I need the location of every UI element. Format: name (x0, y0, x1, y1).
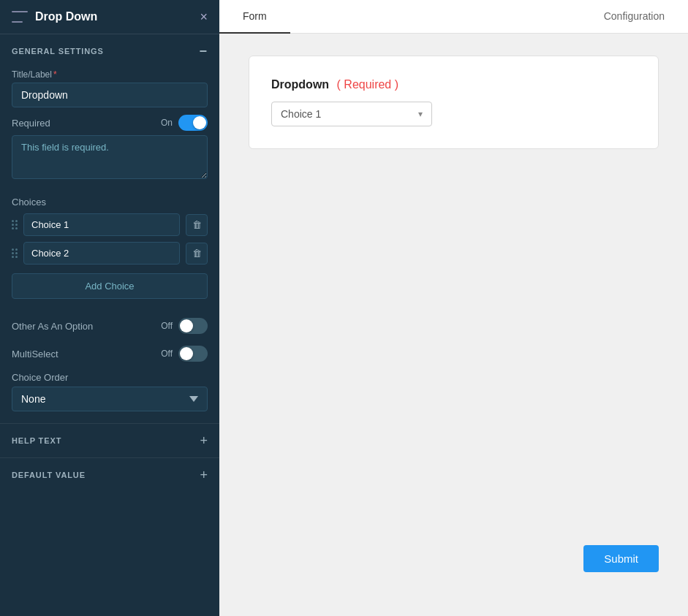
other-as-option-row: Other As An Option Off (0, 311, 219, 338)
general-settings-content: Title/Label* Required On This field is r… (0, 65, 219, 194)
title-input[interactable] (12, 83, 208, 107)
required-toggle-right: On (161, 115, 208, 131)
choice-order-label-row: Choice Order (0, 366, 219, 387)
other-as-option-toggle[interactable] (178, 318, 208, 334)
help-text-expand-icon: + (200, 434, 208, 447)
general-settings-toggle[interactable]: − (200, 45, 208, 58)
choice-1-input[interactable] (23, 213, 180, 236)
form-card: Dropdown ( Required ) Choice 1 ▾ (249, 56, 659, 149)
form-dropdown[interactable]: Choice 1 ▾ (271, 102, 432, 126)
choices-section: Choices 🗑 🗑 Add Choice (0, 194, 219, 299)
required-label: Required (12, 118, 50, 129)
multiselect-right: Off (161, 346, 208, 362)
title-label: Title/Label* (0, 69, 219, 83)
submit-button[interactable]: Submit (583, 545, 659, 572)
help-text-label: HELP TEXT (12, 436, 61, 445)
multiselect-row: MultiSelect Off (0, 338, 219, 366)
right-panel: Form Configuration Dropdown ( Required )… (219, 0, 688, 616)
other-as-option-label: Other As An Option (12, 321, 93, 332)
multiselect-toggle[interactable] (178, 346, 208, 362)
panel-header: Drop Down × (0, 0, 219, 34)
default-value-section[interactable]: DEFAULT VALUE + (0, 457, 219, 492)
required-state-label: On (161, 118, 173, 128)
panel-title: Drop Down (35, 10, 97, 23)
left-panel: Drop Down × GENERAL SETTINGS − Title/Lab… (0, 0, 219, 616)
dropdown-value: Choice 1 (281, 108, 321, 120)
close-button[interactable]: × (200, 10, 208, 23)
tabs-bar: Form Configuration (219, 0, 688, 34)
default-value-label: DEFAULT VALUE (12, 471, 86, 479)
required-toggle[interactable] (178, 115, 208, 131)
delete-choice-1-button[interactable]: 🗑 (186, 214, 208, 236)
choice-item: 🗑 (12, 242, 208, 265)
required-toggle-row: Required On (0, 107, 219, 135)
default-value-expand-icon: + (200, 468, 208, 482)
general-settings-label: GENERAL SETTINGS (12, 47, 104, 56)
add-choice-button[interactable]: Add Choice (12, 273, 208, 299)
help-text-section[interactable]: HELP TEXT + (0, 423, 219, 457)
other-as-option-right: Off (161, 318, 208, 334)
choice-item: 🗑 (12, 213, 208, 236)
multiselect-label: MultiSelect (12, 349, 58, 360)
tab-form[interactable]: Form (219, 0, 290, 34)
form-field-label: Dropdown ( Required ) (271, 78, 636, 91)
delete-choice-2-button[interactable]: 🗑 (186, 243, 208, 265)
tab-spacer (290, 0, 581, 33)
drag-handle-1[interactable] (12, 220, 18, 229)
choice-order-wrapper: None Alphabetical Random (0, 387, 219, 423)
tab-configuration[interactable]: Configuration (581, 0, 688, 34)
drag-handle-2[interactable] (12, 248, 18, 258)
right-content: Dropdown ( Required ) Choice 1 ▾ Submit (219, 34, 688, 616)
panel-header-left: Drop Down (12, 10, 97, 23)
dropdown-icon (12, 11, 28, 23)
choice-order-select[interactable]: None Alphabetical Random (12, 387, 208, 411)
general-settings-header: GENERAL SETTINGS − (0, 34, 219, 65)
required-dot: * (53, 69, 57, 80)
other-as-option-state: Off (161, 321, 173, 331)
dropdown-arrow-icon: ▾ (418, 109, 423, 119)
choice-2-input[interactable] (23, 242, 180, 265)
required-text: ( Required ) (337, 78, 398, 91)
required-message-textarea[interactable]: This field is required. (12, 135, 208, 179)
choice-order-label: Choice Order (12, 372, 68, 383)
choices-label: Choices (12, 197, 208, 208)
multiselect-state: Off (161, 349, 173, 359)
